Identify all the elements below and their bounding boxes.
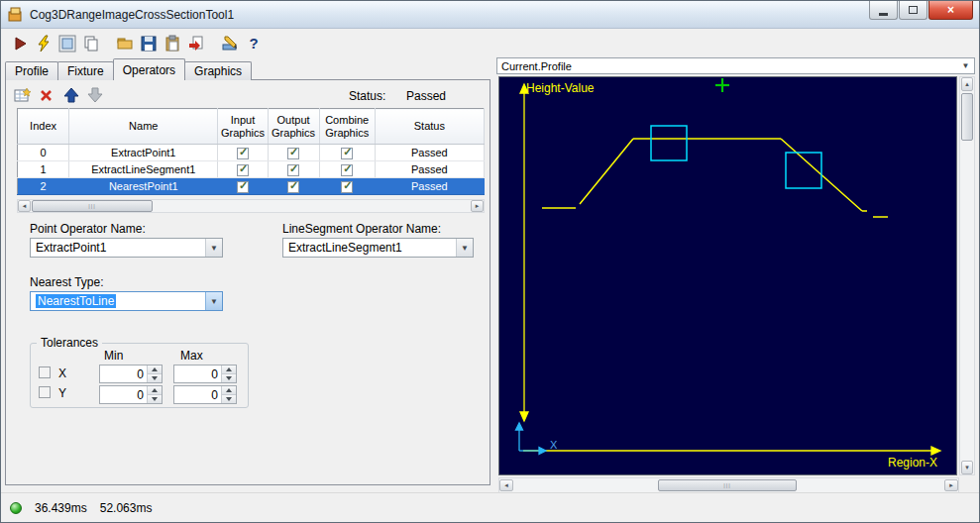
tab-profile[interactable]: Profile	[5, 61, 58, 80]
col-header-index[interactable]: Index	[18, 109, 69, 145]
col-header-input-graphics[interactable]: Input Graphics	[218, 109, 268, 145]
scroll-right-icon[interactable]: ▸	[944, 479, 958, 491]
setup-button[interactable]	[218, 32, 242, 55]
input-graphics-checkbox[interactable]	[237, 181, 249, 193]
stepper-down-icon[interactable]	[221, 394, 236, 403]
elapsed-time-2: 52.063ms	[100, 501, 153, 515]
combobox-value: NearestToLine	[36, 294, 116, 308]
tab-operators[interactable]: Operators	[113, 58, 185, 80]
chevron-down-icon[interactable]: ▼	[957, 58, 974, 73]
tab-label: Graphics	[194, 64, 242, 78]
minimize-button[interactable]	[869, 1, 898, 20]
status-value: Passed	[406, 89, 446, 103]
move-up-button[interactable]	[61, 85, 81, 105]
run-button[interactable]	[8, 32, 32, 55]
tolerance-y-checkbox[interactable]	[39, 386, 51, 398]
scroll-left-icon[interactable]: ◂	[18, 200, 31, 212]
chevron-down-icon[interactable]: ▼	[205, 292, 222, 310]
display-toggle-button[interactable]	[55, 32, 79, 55]
table-h-scrollbar[interactable]: ◂ ||| ▸	[17, 199, 485, 213]
move-down-button[interactable]	[85, 85, 105, 105]
output-graphics-checkbox[interactable]	[287, 181, 299, 193]
scroll-left-icon[interactable]: ◂	[499, 479, 513, 491]
tab-label: Profile	[15, 64, 49, 78]
add-operator-icon	[14, 87, 31, 104]
output-graphics-checkbox[interactable]	[287, 148, 299, 159]
combobox-value: Current.Profile	[497, 60, 957, 72]
add-operator-button[interactable]	[12, 85, 32, 105]
linesegment-operator-combobox[interactable]: ExtractLineSegment1 ▼	[282, 238, 474, 258]
table-row[interactable]: 1 ExtractLineSegment1 Passed	[18, 161, 485, 178]
cell-status: Passed	[375, 161, 484, 178]
scroll-thumb[interactable]	[961, 93, 973, 141]
display-source-combobox[interactable]: Current.Profile ▼	[496, 57, 975, 74]
table-row-selected[interactable]: 2 NearestPoint1 Passed	[18, 178, 485, 195]
tolerance-y-min-stepper[interactable]: 0	[99, 385, 163, 404]
tolerance-x-min-stepper[interactable]: 0	[99, 365, 163, 383]
stepper-up-icon[interactable]	[147, 366, 162, 373]
scroll-thumb[interactable]: |||	[658, 479, 797, 491]
chevron-down-icon[interactable]: ▼	[456, 239, 473, 257]
combine-graphics-checkbox[interactable]	[341, 148, 353, 159]
help-icon: ?	[249, 35, 258, 52]
origin-x-label: X	[550, 439, 557, 451]
stepper-down-icon[interactable]	[221, 373, 236, 382]
col-header-name[interactable]: Name	[69, 109, 218, 145]
help-button[interactable]: ?	[242, 32, 266, 55]
title-bar[interactable]: Cog3DRangeImageCrossSectionTool1 ×	[1, 1, 979, 29]
open-folder-icon	[116, 35, 134, 52]
paste-button[interactable]	[161, 32, 184, 55]
tolerance-y-max-stepper[interactable]: 0	[173, 385, 237, 404]
operators-tab-page: Status: Passed Index Name Input Graphics…	[5, 79, 490, 485]
stepper-up-icon[interactable]	[147, 386, 162, 394]
tolerance-x-checkbox[interactable]	[39, 366, 51, 378]
cell-status: Passed	[375, 178, 484, 195]
col-header-combine-graphics[interactable]: Combine Graphics	[319, 109, 375, 145]
run-icon	[11, 35, 29, 52]
col-header-status[interactable]: Status	[375, 109, 484, 145]
stepper-up-icon[interactable]	[221, 366, 236, 373]
output-graphics-checkbox[interactable]	[287, 164, 299, 176]
tolerance-x-max-stepper[interactable]: 0	[173, 365, 237, 383]
tab-graphics[interactable]: Graphics	[184, 61, 252, 80]
col-header-output-graphics[interactable]: Output Graphics	[268, 109, 319, 145]
chevron-down-icon[interactable]: ▼	[205, 239, 222, 257]
tab-label: Fixture	[67, 64, 104, 78]
copy-button[interactable]	[79, 32, 103, 55]
origin-axes-icon	[516, 423, 547, 455]
stepper-down-icon[interactable]	[147, 394, 162, 403]
save-button[interactable]	[137, 32, 161, 55]
profile-v-scrollbar[interactable]: ▴ ▾	[959, 76, 975, 475]
max-column-label: Max	[180, 349, 203, 363]
profile-plot[interactable]: Height-Value Region-X X	[498, 76, 957, 475]
scroll-down-icon[interactable]: ▾	[961, 461, 973, 474]
nearest-type-combobox[interactable]: NearestToLine ▼	[30, 291, 223, 311]
import-icon	[187, 35, 205, 52]
combine-graphics-checkbox[interactable]	[341, 164, 353, 176]
point-operator-combobox[interactable]: ExtractPoint1 ▼	[30, 238, 223, 258]
scroll-right-icon[interactable]: ▸	[471, 200, 484, 212]
open-button[interactable]	[113, 32, 137, 55]
scroll-thumb[interactable]: |||	[32, 200, 153, 212]
profile-chart	[499, 77, 956, 474]
tab-fixture[interactable]: Fixture	[57, 61, 114, 80]
electric-run-button[interactable]	[32, 32, 55, 55]
input-graphics-checkbox[interactable]	[237, 164, 249, 176]
stepper-up-icon[interactable]	[221, 386, 236, 394]
linesegment-operator-label: LineSegment Operator Name:	[282, 222, 441, 236]
maximize-button[interactable]	[899, 1, 927, 20]
arrow-up-icon	[63, 87, 79, 103]
scroll-up-icon[interactable]: ▴	[961, 77, 973, 91]
stepper-down-icon[interactable]	[147, 373, 162, 382]
close-button[interactable]: ×	[928, 1, 973, 20]
table-row[interactable]: 0 ExtractPoint1 Passed	[18, 145, 485, 161]
region-axis-label: Region-X	[888, 456, 937, 470]
delete-operator-button[interactable]	[36, 85, 55, 105]
combine-graphics-checkbox[interactable]	[341, 181, 353, 193]
profile-h-scrollbar[interactable]: ◂ ||| ▸	[498, 477, 959, 493]
table-header-row: Index Name Input Graphics Output Graphic…	[18, 109, 485, 145]
main-toolbar: ?	[1, 30, 979, 56]
import-button[interactable]	[184, 32, 208, 55]
input-graphics-checkbox[interactable]	[237, 148, 249, 159]
plot-axes	[520, 84, 940, 455]
